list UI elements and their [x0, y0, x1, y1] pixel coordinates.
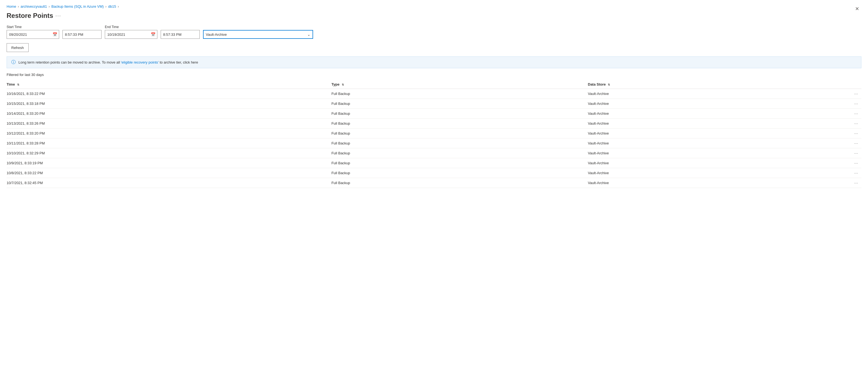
filter-section: Start Time 📅 End Time 📅 — [7, 25, 861, 39]
row-actions-7[interactable]: ··· — [827, 158, 861, 168]
col-datastore-sort-icon[interactable]: ⇅ — [608, 83, 610, 86]
start-time-input[interactable] — [63, 31, 101, 38]
row-actions-8[interactable]: ··· — [827, 168, 861, 178]
end-date-input-wrapper[interactable]: 📅 — [105, 30, 157, 39]
table-row: 10/12/2021, 8:33:20 PM Full Backup Vault… — [7, 128, 861, 139]
table-row: 10/14/2021, 8:33:20 PM Full Backup Vault… — [7, 109, 861, 119]
col-time-sort-icon[interactable]: ⇅ — [17, 83, 19, 86]
end-time-label — [161, 25, 200, 29]
cell-datastore-2: Vault-Archive — [588, 109, 827, 119]
col-type-sort-icon[interactable]: ⇅ — [342, 83, 344, 86]
cell-time-1: 10/15/2021, 8:33:18 PM — [7, 99, 332, 109]
datastore-filter-label — [203, 25, 313, 29]
breadcrumb-home[interactable]: Home — [7, 4, 16, 8]
cell-datastore-6: Vault-Archive — [588, 148, 827, 158]
col-header-datastore[interactable]: Data Store ⇅ — [588, 80, 827, 89]
col-header-type[interactable]: Type ⇅ — [332, 80, 588, 89]
cell-type-3: Full Backup — [332, 119, 588, 128]
end-time-group — [161, 25, 200, 39]
breadcrumb-sep-3: › — [105, 5, 106, 8]
cell-time-5: 10/11/2021, 8:33:28 PM — [7, 139, 332, 148]
cell-time-0: 10/16/2021, 8:33:22 PM — [7, 89, 332, 99]
start-date-calendar-icon[interactable]: 📅 — [51, 32, 59, 37]
cell-time-9: 10/7/2021, 8:32:45 PM — [7, 178, 332, 188]
cell-datastore-1: Vault-Archive — [588, 99, 827, 109]
info-banner-link[interactable]: 'eligible recovery points' — [121, 60, 159, 64]
cell-type-8: Full Backup — [332, 168, 588, 178]
info-icon: ⓘ — [11, 59, 16, 65]
cell-type-5: Full Backup — [332, 139, 588, 148]
cell-time-2: 10/14/2021, 8:33:20 PM — [7, 109, 332, 119]
cell-type-7: Full Backup — [332, 158, 588, 168]
dropdown-chevron-icon: ⌄ — [307, 32, 310, 37]
table-header-row: Time ⇅ Type ⇅ Data Store ⇅ — [7, 80, 861, 89]
col-time-label: Time — [7, 82, 15, 86]
cell-datastore-4: Vault-Archive — [588, 128, 827, 139]
filter-note: Filtered for last 30 days — [7, 73, 861, 77]
row-actions-1[interactable]: ··· — [827, 99, 861, 109]
row-actions-2[interactable]: ··· — [827, 109, 861, 119]
info-banner: ⓘ Long term retention points can be move… — [7, 56, 861, 68]
breadcrumb-db15[interactable]: db15 — [108, 4, 116, 8]
row-actions-9[interactable]: ··· — [827, 178, 861, 188]
cell-datastore-8: Vault-Archive — [588, 168, 827, 178]
breadcrumb-sep-4: › — [118, 5, 119, 8]
col-datastore-label: Data Store — [588, 82, 606, 86]
breadcrumb-backup-items[interactable]: Backup Items (SQL in Azure VM) — [52, 4, 104, 8]
table-row: 10/8/2021, 8:33:22 PM Full Backup Vault-… — [7, 168, 861, 178]
cell-datastore-7: Vault-Archive — [588, 158, 827, 168]
cell-time-6: 10/10/2021, 8:32:29 PM — [7, 148, 332, 158]
end-time-input[interactable] — [161, 31, 199, 38]
cell-datastore-3: Vault-Archive — [588, 119, 827, 128]
row-actions-4[interactable]: ··· — [827, 128, 861, 139]
row-actions-3[interactable]: ··· — [827, 119, 861, 128]
datastore-dropdown-value: Vault-Archive — [206, 32, 227, 37]
end-date-group: End Time 📅 — [105, 25, 157, 39]
breadcrumb-sep-1: › — [18, 5, 19, 8]
col-header-actions — [827, 80, 861, 89]
table-row: 10/16/2021, 8:33:22 PM Full Backup Vault… — [7, 89, 861, 99]
breadcrumb-sep-2: › — [49, 5, 50, 8]
table-row: 10/11/2021, 8:33:28 PM Full Backup Vault… — [7, 139, 861, 148]
cell-datastore-0: Vault-Archive — [588, 89, 827, 99]
col-header-time[interactable]: Time ⇅ — [7, 80, 332, 89]
row-actions-6[interactable]: ··· — [827, 148, 861, 158]
table-row: 10/10/2021, 8:32:29 PM Full Backup Vault… — [7, 148, 861, 158]
row-actions-5[interactable]: ··· — [827, 139, 861, 148]
cell-datastore-5: Vault-Archive — [588, 139, 827, 148]
datastore-dropdown[interactable]: Vault-Archive ⌄ — [203, 30, 313, 39]
table-row: 10/7/2021, 8:32:45 PM Full Backup Vault-… — [7, 178, 861, 188]
more-options-icon[interactable]: ··· — [55, 13, 61, 19]
table-row: 10/15/2021, 8:33:18 PM Full Backup Vault… — [7, 99, 861, 109]
cell-type-9: Full Backup — [332, 178, 588, 188]
table-header: Time ⇅ Type ⇅ Data Store ⇅ — [7, 80, 861, 89]
start-time-label — [62, 25, 101, 29]
start-time-input-wrapper[interactable] — [62, 30, 101, 39]
page-title-row: Restore Points ··· — [7, 12, 61, 20]
start-date-group: Start Time 📅 — [7, 25, 59, 39]
breadcrumb-vault[interactable]: archiveccyvault1 — [21, 4, 47, 8]
end-date-calendar-icon[interactable]: 📅 — [149, 32, 157, 37]
info-banner-text: Long term retention points can be moved … — [19, 60, 198, 64]
cell-datastore-9: Vault-Archive — [588, 178, 827, 188]
table-row: 10/9/2021, 8:33:19 PM Full Backup Vault-… — [7, 158, 861, 168]
cell-type-4: Full Backup — [332, 128, 588, 139]
end-date-label: End Time — [105, 25, 157, 29]
close-button[interactable]: ✕ — [852, 4, 861, 13]
end-time-input-wrapper[interactable] — [161, 30, 200, 39]
table-row: 10/13/2021, 8:33:26 PM Full Backup Vault… — [7, 119, 861, 128]
refresh-button[interactable]: Refresh — [7, 43, 29, 52]
cell-type-6: Full Backup — [332, 148, 588, 158]
page-container: Home › archiveccyvault1 › Backup Items (… — [0, 0, 868, 192]
breadcrumb: Home › archiveccyvault1 › Backup Items (… — [7, 4, 861, 8]
restore-points-table: Time ⇅ Type ⇅ Data Store ⇅ 10/16/2021, 8… — [7, 80, 861, 188]
start-date-input[interactable] — [7, 31, 51, 38]
cell-time-4: 10/12/2021, 8:33:20 PM — [7, 128, 332, 139]
end-date-input[interactable] — [105, 31, 149, 38]
cell-type-2: Full Backup — [332, 109, 588, 119]
row-actions-0[interactable]: ··· — [827, 89, 861, 99]
table-body: 10/16/2021, 8:33:22 PM Full Backup Vault… — [7, 89, 861, 188]
start-date-input-wrapper[interactable]: 📅 — [7, 30, 59, 39]
cell-type-1: Full Backup — [332, 99, 588, 109]
cell-type-0: Full Backup — [332, 89, 588, 99]
